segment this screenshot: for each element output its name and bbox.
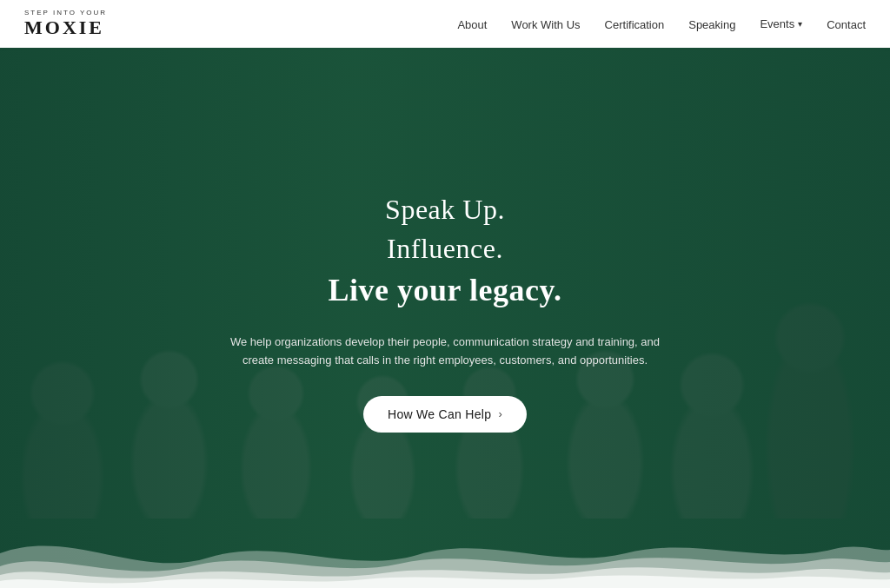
nav-links: About Work With Us Certification Speakin… [457, 17, 866, 32]
nav-link-events[interactable]: Events ▾ [760, 17, 802, 30]
nav-link-about[interactable]: About [457, 18, 487, 31]
hero-section: Speak Up. Influence. Live your legacy. W… [0, 48, 890, 588]
nav-link-certification[interactable]: Certification [605, 18, 665, 31]
navbar: STEP INTO YOUR MOXIE About Work With Us … [0, 0, 890, 48]
hero-headline-3: Live your legacy. [184, 272, 706, 308]
hero-headline-2: Influence. [184, 233, 706, 265]
nav-link-work-with-us[interactable]: Work With Us [511, 18, 580, 31]
nav-item-work-with-us[interactable]: Work With Us [511, 17, 580, 32]
cta-button[interactable]: How We Can Help › [363, 396, 527, 433]
chevron-down-icon: ▾ [798, 19, 802, 29]
chevron-right-icon: › [498, 407, 502, 420]
wave-decoration [0, 519, 890, 588]
nav-link-speaking[interactable]: Speaking [688, 18, 735, 31]
nav-item-contact[interactable]: Contact [827, 17, 866, 32]
logo[interactable]: STEP INTO YOUR MOXIE [24, 10, 107, 38]
nav-link-contact[interactable]: Contact [827, 18, 866, 31]
nav-item-speaking[interactable]: Speaking [688, 17, 735, 32]
logo-bottom-text: MOXIE [24, 17, 107, 38]
hero-content: Speak Up. Influence. Live your legacy. W… [184, 194, 706, 433]
nav-item-certification[interactable]: Certification [605, 17, 665, 32]
hero-headline-1: Speak Up. [184, 194, 706, 226]
cta-label: How We Can Help [388, 407, 491, 421]
nav-item-events[interactable]: Events ▾ [760, 17, 802, 30]
nav-item-about[interactable]: About [457, 17, 487, 32]
hero-description: We help organizations develop their peop… [219, 333, 671, 370]
